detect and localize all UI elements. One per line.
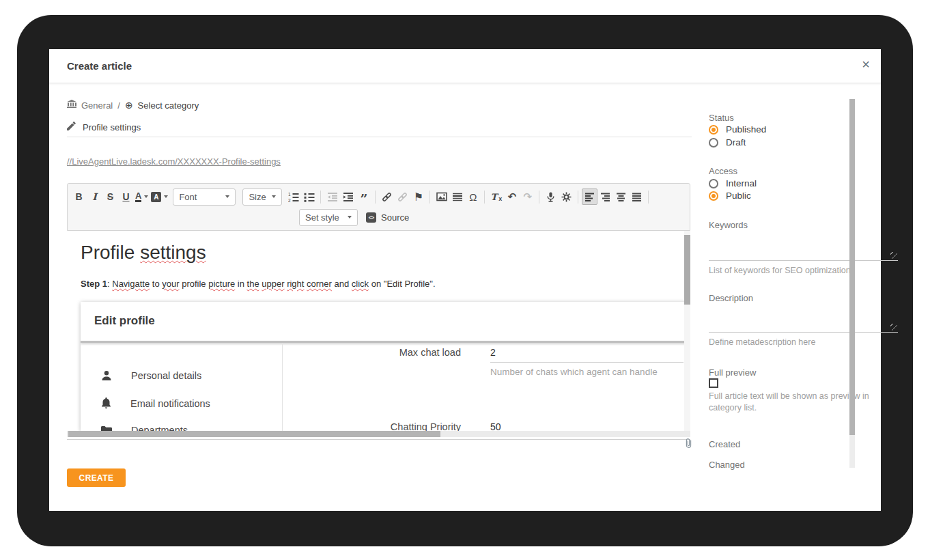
embed-nav-label: Email notifications xyxy=(130,398,210,409)
scrollbar-thumb[interactable] xyxy=(849,99,855,435)
image-button[interactable] xyxy=(434,188,449,205)
toolbar-separator xyxy=(320,191,321,204)
numbered-list-icon: 12 xyxy=(288,192,299,202)
font-select[interactable]: Font xyxy=(173,188,236,206)
resize-handle-icon[interactable] xyxy=(890,252,897,259)
bulleted-list-button[interactable] xyxy=(301,188,317,205)
article-url-link[interactable]: //LiveAgentLive.ladesk.com/XXXXXXX-Profi… xyxy=(67,156,281,167)
status-option-published[interactable]: Published xyxy=(709,124,766,135)
attachment-button[interactable] xyxy=(685,438,692,451)
indent-button[interactable] xyxy=(340,188,356,205)
text-color-icon: A xyxy=(135,191,141,202)
dialog-header: Create article × xyxy=(49,49,881,83)
redo-button: ↷ xyxy=(520,188,535,205)
blockquote-button[interactable]: ” xyxy=(356,191,371,207)
unlink-button xyxy=(395,188,410,205)
italic-button[interactable]: I xyxy=(87,188,102,205)
radio-unselected-icon[interactable] xyxy=(709,179,718,188)
align-left-icon xyxy=(584,193,595,201)
speech-settings-button[interactable] xyxy=(559,188,574,205)
size-select-value: Size xyxy=(249,192,266,202)
add-category-icon: ⊕ xyxy=(125,100,133,111)
toolbar-row-2: Set style <> Source xyxy=(71,207,686,227)
create-article-dialog: Create article × General / ⊕ Select cate… xyxy=(49,49,881,511)
background-color-button[interactable]: A xyxy=(150,188,169,205)
justify-icon xyxy=(632,193,642,201)
radio-unselected-icon[interactable] xyxy=(709,138,718,148)
justify-button[interactable] xyxy=(629,188,645,205)
full-preview-label: Full preview xyxy=(709,367,756,378)
create-button[interactable]: CREATE xyxy=(67,468,126,487)
divider xyxy=(81,341,688,343)
bulleted-list-icon xyxy=(304,192,315,202)
embedded-screenshot: Edit profile Personal details Email noti… xyxy=(81,302,688,431)
folder-icon xyxy=(101,426,112,432)
person-icon xyxy=(101,370,112,381)
radio-selected-icon[interactable] xyxy=(709,191,718,201)
divider xyxy=(67,439,690,440)
underline-button[interactable]: U xyxy=(118,188,134,205)
resize-handle-icon[interactable] xyxy=(890,324,897,331)
anchor-flag-button[interactable]: ⚑ xyxy=(410,188,426,205)
access-option-internal[interactable]: Internal xyxy=(709,178,757,188)
description-textarea[interactable] xyxy=(709,307,898,333)
align-right-icon xyxy=(600,193,610,201)
breadcrumb-category[interactable]: General xyxy=(81,100,113,111)
radio-label: Public xyxy=(726,191,751,201)
keywords-label: Keywords xyxy=(709,220,748,230)
embed-nav-departments: Departments xyxy=(101,425,188,431)
scrollbar-thumb[interactable] xyxy=(68,431,440,437)
set-style-value: Set style xyxy=(305,212,339,223)
toolbar-separator xyxy=(375,191,376,204)
changed-label: Changed xyxy=(709,460,745,470)
pencil-icon xyxy=(67,122,76,132)
embed-heading: Edit profile xyxy=(94,314,155,328)
align-center-button[interactable] xyxy=(613,188,629,205)
status-label: Status xyxy=(709,113,734,123)
document-heading: Profile settings xyxy=(81,242,206,264)
scrollbar-thumb[interactable] xyxy=(684,235,690,305)
link-button[interactable] xyxy=(379,188,395,205)
keywords-textarea[interactable] xyxy=(709,232,898,261)
source-button[interactable]: <> Source xyxy=(366,212,409,223)
size-select[interactable]: Size xyxy=(242,188,282,206)
chevron-down-icon xyxy=(348,216,352,219)
source-label: Source xyxy=(381,212,409,223)
special-char-button[interactable]: Ω xyxy=(465,188,481,205)
article-name-row[interactable]: Profile settings xyxy=(67,122,141,132)
embed-field-hint: Number of chats which agent can handle xyxy=(490,367,658,377)
horizontal-rule-icon xyxy=(452,192,463,201)
sidebar-scrollbar[interactable] xyxy=(849,99,855,468)
editor-vertical-scrollbar[interactable] xyxy=(684,231,690,431)
access-option-public[interactable]: Public xyxy=(709,191,751,201)
text-color-button[interactable]: A xyxy=(134,188,150,205)
outdent-icon xyxy=(327,192,338,202)
undo-button[interactable]: ↶ xyxy=(504,188,520,205)
description-hint: Define metadescription here xyxy=(709,337,900,348)
horizontal-rule-button[interactable] xyxy=(449,188,465,205)
align-left-button[interactable] xyxy=(582,188,597,205)
align-right-button[interactable] xyxy=(597,188,613,205)
select-category-link[interactable]: Select category xyxy=(138,100,199,111)
radio-label: Draft xyxy=(726,137,746,148)
link-icon xyxy=(381,192,393,202)
remove-format-button[interactable]: T x xyxy=(488,188,504,205)
source-code-icon: <> xyxy=(366,212,376,223)
numbered-list-button[interactable]: 12 xyxy=(285,188,301,205)
editor-content[interactable]: Profile settings Step 1: Navigatte to yo… xyxy=(67,231,690,431)
breadcrumb-separator: / xyxy=(117,100,120,111)
radio-selected-icon[interactable] xyxy=(709,125,718,135)
full-preview-checkbox[interactable] xyxy=(709,378,718,388)
close-icon[interactable]: × xyxy=(862,57,870,71)
editor-horizontal-scrollbar[interactable] xyxy=(67,431,690,437)
status-option-draft[interactable]: Draft xyxy=(709,137,746,148)
breadcrumb: General / ⊕ Select category xyxy=(67,100,199,111)
strikethrough-button[interactable]: S xyxy=(102,188,118,205)
bell-icon xyxy=(101,397,111,409)
speech-mic-button[interactable] xyxy=(543,188,559,205)
microphone-icon xyxy=(546,192,556,202)
set-style-select[interactable]: Set style xyxy=(299,209,358,226)
image-icon xyxy=(436,192,447,201)
bold-button[interactable]: B xyxy=(71,188,87,205)
embed-nav-personal-details: Personal details xyxy=(101,370,201,381)
